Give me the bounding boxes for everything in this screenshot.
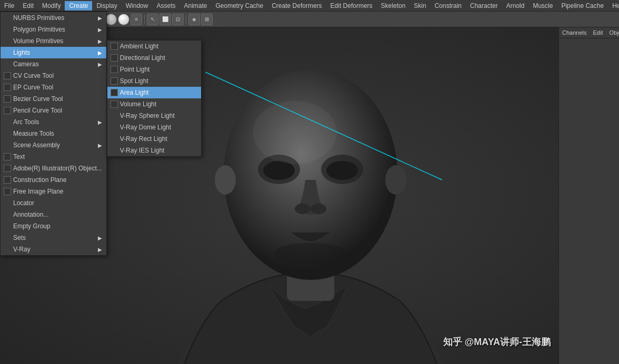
menu-nurbs-primitives[interactable]: NURBS Primitives ▶: [1, 12, 106, 24]
checkbox-icon: [4, 95, 11, 103]
menu-lights[interactable]: Lights ▶: [1, 47, 106, 58]
toolbar-btn-11[interactable]: ⊞: [201, 14, 213, 25]
menubar-item-geocache[interactable]: Geometry Cache: [212, 1, 268, 11]
menu-point-light[interactable]: Point Light: [107, 64, 201, 75]
toolbar-btn-10[interactable]: ◈: [188, 14, 200, 25]
dropdown-overlay: NURBS Primitives ▶ Polygon Primitives ▶ …: [0, 12, 107, 256]
arrow-icon: ▶: [98, 143, 102, 148]
menu-polygon-primitives[interactable]: Polygon Primitives ▶: [1, 24, 106, 35]
toolbar-separator-3: [186, 15, 186, 24]
toolbar-separator-2: [144, 15, 145, 24]
checkbox-icon: [4, 72, 11, 79]
menubar-item-help[interactable]: Help: [608, 1, 619, 11]
menubar-item-animate[interactable]: Animate: [179, 1, 211, 11]
arrow-icon: ▶: [98, 235, 102, 241]
channels-tab[interactable]: Channels: [560, 28, 588, 37]
menu-vray-dome-light[interactable]: V-Ray Dome Light: [107, 122, 201, 133]
svg-point-9: [326, 161, 358, 180]
svg-point-12: [253, 101, 337, 164]
menu-pencil-curve-tool[interactable]: Pencil Curve Tool: [1, 105, 106, 116]
menubar-item-skin[interactable]: Skin: [410, 1, 430, 11]
menu-locator[interactable]: Locator: [1, 197, 106, 209]
toolbar-btn-select[interactable]: ↖: [147, 14, 158, 25]
menu-volume-light[interactable]: Volume Light: [107, 98, 201, 110]
menubar-item-create[interactable]: Create: [65, 1, 92, 11]
menu-scene-assembly[interactable]: Scene Assembly ▶: [1, 139, 106, 151]
arrow-icon: ▶: [98, 38, 102, 44]
menu-spot-light[interactable]: Spot Light: [107, 75, 201, 87]
toolbar-btn-8[interactable]: ⬜: [159, 14, 171, 25]
checkbox-icon: [111, 100, 118, 108]
menu-sets[interactable]: Sets ▶: [1, 232, 106, 244]
menu-adobe-illustrator[interactable]: Adobe(R) Illustrator(R) Object...: [1, 163, 106, 174]
toolbar-btn-6[interactable]: [118, 14, 129, 25]
menubar-item-arnold[interactable]: Arnold: [502, 1, 529, 11]
menu-cameras[interactable]: Cameras ▶: [1, 58, 106, 70]
toolbar-btn-7[interactable]: ≡: [131, 14, 142, 25]
arrow-icon: ▶: [98, 50, 102, 56]
menu-vray-sphere-light[interactable]: V-Ray Sphere Light: [107, 110, 201, 122]
menu-container: NURBS Primitives ▶ Polygon Primitives ▶ …: [0, 12, 107, 256]
arrow-icon: ▶: [98, 27, 102, 33]
lights-submenu: Ambient Light Directional Light Point Li…: [107, 40, 202, 157]
checkbox-icon: [111, 77, 118, 85]
arrow-icon: ▶: [98, 62, 102, 67]
menu-vray-ies-light[interactable]: V-Ray IES Light: [107, 145, 201, 156]
menubar-item-modify[interactable]: Modify: [38, 1, 65, 11]
checkbox-icon: [4, 84, 11, 91]
checkbox-icon: [111, 89, 118, 96]
menu-empty-group[interactable]: Empty Group: [1, 220, 106, 232]
channels-panel: Channels Edit Object: [558, 27, 619, 364]
menu-directional-light[interactable]: Directional Light: [107, 52, 201, 64]
menubar-item-assets[interactable]: Assets: [152, 1, 179, 11]
menubar-item-muscle[interactable]: Muscle: [528, 1, 557, 11]
menubar-item-window[interactable]: Window: [122, 1, 153, 11]
menu-free-image-plane[interactable]: Free Image Plane: [1, 186, 106, 197]
checkbox-icon: [4, 188, 11, 195]
menubar-item-pipelinecache[interactable]: Pipeline Cache: [557, 1, 608, 11]
menu-area-light[interactable]: Area Light: [107, 87, 201, 98]
svg-point-4: [215, 165, 236, 195]
checkbox-icon: [111, 66, 118, 73]
arrow-icon: ▶: [98, 247, 102, 252]
checkbox-icon: [111, 43, 118, 50]
menu-ambient-light[interactable]: Ambient Light: [107, 41, 201, 52]
svg-point-5: [385, 165, 406, 195]
svg-point-11: [311, 204, 326, 214]
menubar-item-editdef[interactable]: Edit Deformers: [326, 1, 377, 11]
menu-vray-rect-light[interactable]: V-Ray Rect Light: [107, 133, 201, 145]
menu-vray[interactable]: V-Ray ▶: [1, 244, 106, 255]
menubar-item-display[interactable]: Display: [92, 1, 121, 11]
arrow-icon: ▶: [98, 119, 102, 125]
menu-ep-curve-tool[interactable]: EP Curve Tool: [1, 82, 106, 93]
toolbar-btn-9[interactable]: ⊡: [172, 14, 184, 25]
checkbox-icon: [4, 153, 11, 160]
menu-annotation[interactable]: Annotation...: [1, 209, 106, 220]
menu-volume-primitives[interactable]: Volume Primitives ▶: [1, 35, 106, 47]
channels-object-tab[interactable]: Object: [607, 28, 619, 37]
checkbox-icon: [4, 165, 11, 172]
menubar-item-character[interactable]: Character: [466, 1, 502, 11]
menu-text[interactable]: Text: [1, 151, 106, 163]
menu-arc-tools[interactable]: Arc Tools ▶: [1, 116, 106, 128]
menu-measure-tools[interactable]: Measure Tools: [1, 128, 106, 139]
checkbox-icon: [4, 176, 11, 184]
menu-construction-plane[interactable]: Construction Plane: [1, 174, 106, 186]
channels-edit-tab[interactable]: Edit: [591, 28, 605, 37]
menubar-item-constrain[interactable]: Constrain: [431, 1, 466, 11]
channels-header: Channels Edit Object: [559, 27, 619, 38]
menu-bezier-curve-tool[interactable]: Bezier Curve Tool: [1, 93, 106, 105]
menu-cv-curve-tool[interactable]: CV Curve Tool: [1, 70, 106, 82]
create-menu: NURBS Primitives ▶ Polygon Primitives ▶ …: [0, 12, 107, 256]
menubar-item-edit[interactable]: Edit: [18, 1, 38, 11]
toolbar-btn-5[interactable]: [105, 14, 117, 25]
arrow-icon: ▶: [98, 15, 102, 21]
svg-point-13: [274, 243, 347, 264]
svg-point-10: [295, 204, 311, 214]
menubar-item-createdef[interactable]: Create Deformers: [267, 1, 326, 11]
checkbox-icon: [4, 107, 11, 114]
watermark: 知乎 @MAYA讲师-王海鹏: [443, 336, 551, 348]
checkbox-icon: [111, 54, 118, 62]
menubar-item-skeleton[interactable]: Skeleton: [377, 1, 410, 11]
menubar-item-file[interactable]: File: [0, 1, 18, 11]
